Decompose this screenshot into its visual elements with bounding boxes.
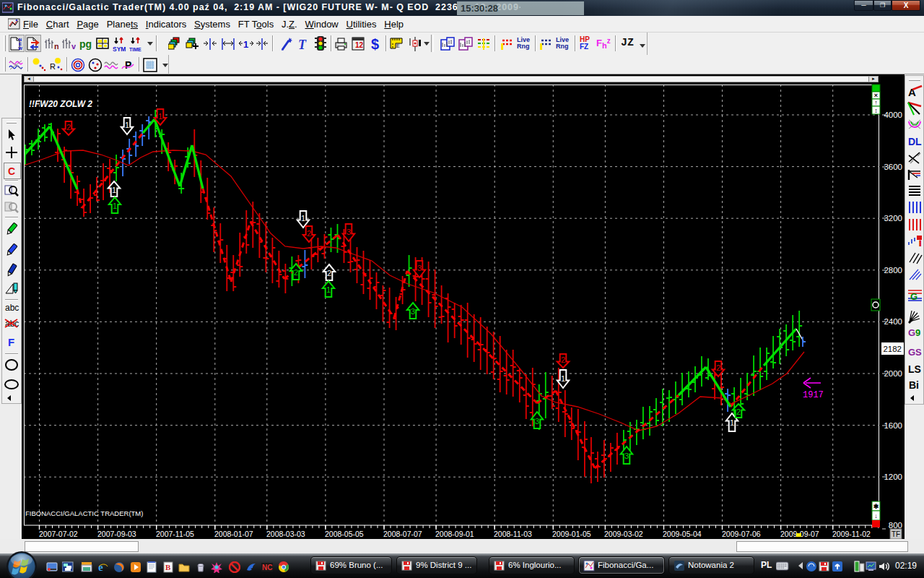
svg-text:2: 2 [561,355,565,364]
svg-text:2009-03-02: 2009-03-02 [604,530,643,538]
svg-text:4000: 4000 [884,111,902,119]
svg-text:12: 12 [355,41,364,49]
svg-text:↕: ↕ [874,107,878,114]
svg-text:e: e [98,561,103,573]
svg-text:2: 2 [294,268,298,277]
svg-text:LS: LS [908,363,921,375]
svg-text:GS: GS [908,347,922,358]
svg-text:FIBONACCI/GALACTIC TRADER(TM): FIBONACCI/GALACTIC TRADER(TM) [25,509,143,517]
svg-text:×: × [874,92,878,99]
svg-text:B: B [165,563,171,571]
svg-text:2009-01-05: 2009-01-05 [552,530,591,538]
svg-text:2009-05-04: 2009-05-04 [663,530,702,538]
svg-text:1: 1 [113,202,117,210]
svg-text:2009-07-06: 2009-07-06 [722,530,761,538]
svg-text:3: 3 [417,264,422,272]
svg-text:2008-05-05: 2008-05-05 [325,530,364,538]
svg-text:!!FW20 ZOLW 2: !!FW20 ZOLW 2 [29,99,92,109]
svg-text:TF: TF [892,530,900,538]
svg-text:1: 1 [125,121,129,129]
svg-text:TIME: TIME [129,47,141,52]
svg-text:1: 1 [730,418,734,427]
svg-text:2182: 2182 [883,345,902,353]
svg-text:3: 3 [411,307,415,316]
svg-text:✱: ✱ [873,503,879,510]
svg-text:Bi: Bi [909,379,919,391]
svg-text:▐: ▐ [918,240,921,247]
svg-text:n: n [54,42,58,51]
svg-text:1: 1 [158,112,162,121]
svg-text:↑: ↑ [874,99,878,106]
svg-text:1: 1 [243,39,248,50]
svg-text:2007-09-03: 2007-09-03 [97,530,136,538]
svg-text:2800: 2800 [884,266,902,275]
svg-text:2007-07-02: 2007-07-02 [39,530,78,538]
svg-text:E: E [396,43,400,48]
svg-text:C: C [8,165,15,177]
svg-text:2008-01-07: 2008-01-07 [214,530,253,538]
svg-text:NC: NC [262,564,272,571]
svg-text:P: P [125,59,131,71]
svg-text:2009-11-02: 2009-11-02 [832,530,871,538]
svg-text:pg: pg [79,38,92,50]
svg-text:3600: 3600 [884,163,902,171]
svg-text:↓: ↓ [874,512,878,519]
svg-text:3: 3 [346,228,351,236]
svg-text:1600: 1600 [884,421,902,430]
svg-text:2400: 2400 [884,317,902,326]
svg-text:2008-03-03: 2008-03-03 [266,530,305,538]
svg-text:1: 1 [301,214,305,223]
svg-text:2: 2 [307,229,311,238]
svg-text:2: 2 [66,123,71,131]
svg-text:2008-11-03: 2008-11-03 [494,530,532,538]
svg-text:G: G [910,291,918,302]
svg-text:2007-11-05: 2007-11-05 [156,530,194,538]
svg-text:3: 3 [624,452,629,460]
svg-text:abc: abc [5,303,19,313]
svg-text:T: T [298,38,307,52]
svg-text:2008-09-01: 2008-09-01 [435,530,474,538]
svg-text:1: 1 [561,374,565,383]
svg-text:3: 3 [535,417,539,426]
svg-text:$: $ [371,36,379,52]
svg-text:800: 800 [889,521,902,530]
svg-text:1200: 1200 [884,473,902,481]
svg-text:3200: 3200 [884,214,902,223]
svg-text:2000: 2000 [884,369,902,378]
svg-text:2: 2 [327,269,331,277]
svg-text:v: v [71,42,76,51]
svg-text:SYM: SYM [113,46,126,52]
svg-text:1917: 1917 [803,390,824,400]
svg-text:R: R [50,62,56,71]
svg-text:1: 1 [326,285,331,294]
svg-text:F: F [8,336,14,348]
svg-text:2008-07-07: 2008-07-07 [383,530,422,538]
svg-text:9: 9 [915,327,920,338]
svg-text:2: 2 [716,363,720,372]
svg-text:W: W [18,46,22,51]
svg-text:DL: DL [908,136,922,147]
svg-text:2: 2 [736,407,741,416]
svg-text:G: G [908,327,915,338]
svg-text:1: 1 [112,186,116,194]
